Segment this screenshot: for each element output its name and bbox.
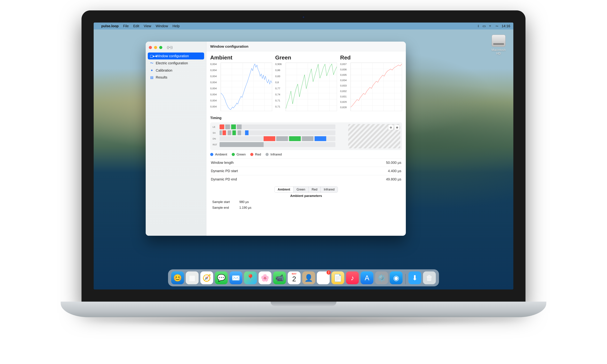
chart-green: Green 0,9060,860,830,80,770,740,710,71 xyxy=(275,54,337,111)
menu-help[interactable]: Help xyxy=(172,24,180,28)
dock-app-mail[interactable]: ✉️ xyxy=(229,272,242,284)
legend-item: Green xyxy=(232,153,246,156)
page-title: Window configuration xyxy=(206,42,406,51)
bluetooth-status-icon[interactable]: ᚼ xyxy=(477,24,479,28)
dock-app-appstore[interactable]: A xyxy=(361,272,373,284)
menu-file[interactable]: File xyxy=(123,24,129,28)
dock-app-contacts[interactable]: 👤 xyxy=(302,272,315,284)
sidebar-item-calibration[interactable]: ✦ Calibration xyxy=(148,67,204,74)
dock-app-finder[interactable]: 😊 xyxy=(171,272,184,284)
window-config-icon: ▢▸◂ xyxy=(150,54,154,58)
sidebar-item-label: Results xyxy=(156,75,167,79)
menu-view[interactable]: View xyxy=(144,24,151,28)
dock-app-maps[interactable]: 📍 xyxy=(244,272,257,284)
wifi-status-icon[interactable]: ᯤ xyxy=(489,24,492,28)
chart-title-ambient: Ambient xyxy=(210,54,272,61)
sidebar-item-electric-config[interactable]: 〜 Electric configuration xyxy=(148,59,204,67)
param-row: Sample start980 µs xyxy=(210,199,402,205)
sidebar-item-window-config[interactable]: ▢▸◂ Window configuration xyxy=(148,52,204,59)
param-tab-infrared[interactable]: Infrared xyxy=(321,187,338,192)
minimize-button[interactable] xyxy=(154,46,157,49)
timing-panel: ⊖ ⊕ LE xyxy=(210,122,402,150)
dock-app-screensharing[interactable]: ◉ xyxy=(390,272,403,284)
harddrive-icon xyxy=(492,35,505,47)
menu-window[interactable]: Window xyxy=(156,24,168,28)
dock-app-photos[interactable]: 🌸 xyxy=(259,272,271,284)
dock-app-launchpad[interactable]: ▦ xyxy=(186,272,198,284)
menubar-clock[interactable]: 14:16 xyxy=(501,24,510,28)
timing-kv-row: Window length50.000 µs xyxy=(210,158,402,167)
laptop-camera xyxy=(302,16,305,18)
timing-kv-row: Dynamic PD start4.400 µs xyxy=(210,167,402,175)
param-tab-green[interactable]: Green xyxy=(293,187,308,192)
chart-red: Red 0,8370,8360,8350,8340,8330,8320,8310… xyxy=(340,54,402,111)
sidebar-item-label: Calibration xyxy=(156,68,172,72)
zoom-in-button[interactable]: ⊕ xyxy=(394,125,400,130)
fullscreen-button[interactable] xyxy=(159,46,162,49)
badge: 2 xyxy=(327,270,331,274)
timing-row-label: RST xyxy=(213,143,219,146)
macos-menubar: pulse.loop File Edit View Window Help ᚼ … xyxy=(94,23,513,29)
chart-ambient: Ambient 0,0040,0040,0040,0040,0040,0040,… xyxy=(210,54,272,111)
yticks-green: 0,9060,860,830,80,770,740,710,71 xyxy=(275,63,286,111)
timing-legend: AmbientGreenRedInfrared xyxy=(210,153,402,156)
legend-item: Ambient xyxy=(210,153,227,156)
desktop-drive-label: Macintosh HD xyxy=(491,48,506,55)
results-icon: ▤ xyxy=(150,75,154,79)
electric-config-icon: 〜 xyxy=(150,61,154,65)
dock-app-music[interactable]: ♪ xyxy=(346,272,359,284)
dock-app-calendar[interactable]: MAY2 xyxy=(288,272,301,284)
sidebar-item-label: Window configuration xyxy=(156,54,189,58)
sidebar-item-label: Electric configuration xyxy=(156,61,188,65)
dock-app-settings[interactable]: ⚙️ xyxy=(375,272,388,284)
control-center-icon[interactable]: ⥊ xyxy=(495,24,499,28)
desktop-drive-icon[interactable]: Macintosh HD xyxy=(489,35,508,55)
param-row: Sample end1.190 µs xyxy=(210,205,402,211)
dock-separator xyxy=(405,274,406,284)
dock-app-facetime[interactable]: 📹 xyxy=(273,272,286,284)
menu-edit[interactable]: Edit xyxy=(133,24,139,28)
dock-app-downloads[interactable]: ⬇︎ xyxy=(409,272,421,284)
timing-kv-row: Dynamic PD end49.800 µs xyxy=(210,175,402,183)
timing-row-label: SA xyxy=(213,131,219,134)
laptop-base xyxy=(61,302,546,317)
params-title: Ambient parameters xyxy=(210,194,402,198)
pulseloop-window: ((•)) ▢▸◂ Window configuration 〜 Electri… xyxy=(146,42,406,236)
chart-title-green: Green xyxy=(275,54,337,61)
dock: 😊▦🧭💬✉️📍🌸📹MAY2👤☰2📄♪A⚙️◉⬇︎🗑 xyxy=(168,269,439,286)
sidebar-item-results[interactable]: ▤ Results xyxy=(148,74,204,81)
dock-app-safari[interactable]: 🧭 xyxy=(200,272,213,284)
dock-app-trash[interactable]: 🗑 xyxy=(423,272,436,284)
menubar-app-name[interactable]: pulse.loop xyxy=(101,24,119,28)
legend-item: Infrared xyxy=(265,153,282,156)
timing-row-label: LE xyxy=(213,126,219,128)
timing-row-label: DN xyxy=(213,137,219,140)
param-tab-ambient[interactable]: Ambient xyxy=(275,187,293,192)
dock-app-reminders[interactable]: ☰2 xyxy=(317,272,330,284)
sidebar: ((•)) ▢▸◂ Window configuration 〜 Electri… xyxy=(146,42,206,236)
yticks-ambient: 0,0040,0040,0040,0040,0040,0040,0040,004 xyxy=(210,63,221,111)
battery-status-icon[interactable]: ▭ xyxy=(482,24,486,28)
calibration-icon: ✦ xyxy=(150,68,154,72)
chart-title-red: Red xyxy=(340,54,402,61)
dock-app-notes[interactable]: 📄 xyxy=(331,272,344,284)
timing-title: Timing xyxy=(210,116,402,120)
yticks-red: 0,8370,8360,8350,8340,8330,8320,8310,829… xyxy=(340,63,351,111)
param-tab-red[interactable]: Red xyxy=(308,187,321,192)
dock-app-messages[interactable]: 💬 xyxy=(215,272,228,284)
zoom-out-button[interactable]: ⊖ xyxy=(388,125,393,130)
close-button[interactable] xyxy=(149,46,152,49)
legend-item: Red xyxy=(250,153,261,156)
param-tabs: AmbientGreenRedInfrared xyxy=(210,186,402,193)
bluetooth-scan-icon[interactable]: ((•)) xyxy=(167,45,173,49)
